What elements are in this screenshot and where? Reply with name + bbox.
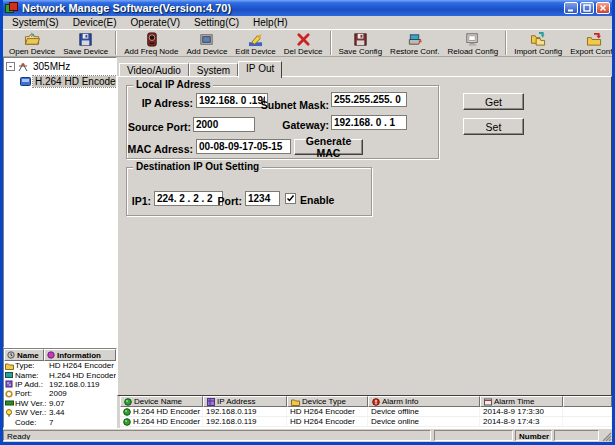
menu-item-setting[interactable]: Setting(C) bbox=[187, 17, 246, 28]
device-info-panel: Name Information Type:HD H264 EncoderNam… bbox=[3, 348, 117, 428]
cell-text: 192.168.0.119 bbox=[206, 407, 257, 416]
column-label: Information bbox=[57, 351, 101, 360]
tree-collapse-icon[interactable]: - bbox=[6, 62, 15, 71]
freq-node-icon bbox=[17, 62, 29, 72]
column-label: IP Address bbox=[217, 397, 256, 406]
info-rows: Type:HD H264 EncoderName:H.264 HD Encode… bbox=[4, 361, 116, 427]
information-col-icon bbox=[47, 351, 55, 359]
status-bar: Ready Number bbox=[3, 428, 612, 442]
maximize-button[interactable] bbox=[580, 2, 594, 14]
column-label: Alarm Info bbox=[382, 397, 418, 406]
dest-port-field[interactable] bbox=[245, 191, 280, 206]
subnet-mask-field[interactable] bbox=[331, 92, 407, 107]
toolbar-button-add-device[interactable]: Add Device bbox=[182, 31, 231, 56]
info-header: Name Information bbox=[4, 349, 116, 361]
port-icon bbox=[5, 390, 15, 398]
toolbar-button-save-device[interactable]: Save Device bbox=[59, 31, 112, 56]
toolbar-separator bbox=[330, 31, 332, 55]
title-bar: Network Manage Software(Version:4.70) bbox=[3, 0, 612, 16]
column-header-alarm-time[interactable]: Alarm Time bbox=[480, 396, 563, 407]
add-device-icon bbox=[199, 32, 214, 47]
enable-checkbox[interactable] bbox=[285, 193, 296, 204]
column-header-filler bbox=[563, 396, 612, 407]
close-icon bbox=[599, 4, 607, 12]
toolbar-button-label: Add Freq Node bbox=[124, 47, 178, 56]
toolbar-button-export-config[interactable]: Export Config bbox=[566, 31, 615, 56]
menu-item-operate[interactable]: Operate(V) bbox=[124, 17, 187, 28]
cell-filler bbox=[563, 407, 612, 416]
destination-groupbox: Destination IP Out Setting IP1: Port: En… bbox=[126, 167, 372, 216]
device-type-col-icon bbox=[291, 398, 300, 406]
column-header-ip-address[interactable]: IP Address bbox=[203, 396, 287, 407]
ip-icon bbox=[5, 380, 15, 388]
info-label: IP Add.: bbox=[15, 380, 49, 389]
generate-mac-button[interactable]: Generate MAC bbox=[294, 139, 363, 155]
toolbar-button-label: Export Config bbox=[570, 47, 615, 56]
get-button[interactable]: Get bbox=[463, 93, 524, 110]
gateway-label: Gateway: bbox=[245, 119, 329, 131]
check-icon bbox=[286, 194, 295, 203]
dest-port-label: Port: bbox=[215, 195, 242, 207]
add-freq-node-icon bbox=[144, 32, 159, 47]
toolbar-button-import-config[interactable]: Import Config bbox=[510, 31, 566, 56]
info-value: 3.44 bbox=[49, 408, 116, 417]
column-label: Name bbox=[17, 351, 39, 360]
name-col-icon bbox=[7, 351, 15, 359]
mac-address-field[interactable] bbox=[196, 139, 291, 154]
tab-ip-out[interactable]: IP Out bbox=[238, 61, 282, 78]
toolbar-separator bbox=[505, 31, 507, 55]
save-config-icon bbox=[353, 32, 368, 47]
toolbar-button-label: Open Device bbox=[9, 47, 55, 56]
hw-icon bbox=[5, 399, 15, 407]
enable-label: Enable bbox=[300, 194, 334, 206]
device-table-row[interactable]: H.264 HD Encoder192.168.0.119HD H264 Enc… bbox=[120, 407, 612, 417]
ip1-field[interactable] bbox=[154, 191, 223, 206]
info-value: 2009 bbox=[49, 389, 116, 398]
cell-text: H.264 HD Encoder bbox=[133, 407, 200, 416]
close-button[interactable] bbox=[596, 2, 610, 14]
toolbar-button-save-config[interactable]: Save Config bbox=[335, 31, 387, 56]
column-header-alarm-info[interactable]: Alarm Info bbox=[368, 396, 480, 407]
device-name-col-icon bbox=[124, 398, 132, 406]
resize-grip[interactable] bbox=[600, 430, 612, 442]
toolbar-button-del-device[interactable]: Del Device bbox=[280, 31, 327, 56]
info-value: 192.168.0.119 bbox=[49, 380, 116, 389]
tree-node-encoder[interactable]: H.264 HD Encoder bbox=[20, 75, 116, 88]
column-header-device-name[interactable]: Device Name bbox=[120, 396, 203, 407]
tree-node-frequency[interactable]: - 305MHz bbox=[4, 60, 116, 73]
source-port-label: Source Port: bbox=[127, 121, 191, 133]
toolbar-button-label: Save Config bbox=[339, 47, 383, 56]
menu-item-device[interactable]: Device(E) bbox=[66, 17, 124, 28]
menu-item-system[interactable]: System(S) bbox=[5, 17, 66, 28]
toolbar: Open DeviceSave DeviceAdd Freq NodeAdd D… bbox=[3, 29, 612, 57]
toolbar-button-add-freq-node[interactable]: Add Freq Node bbox=[120, 31, 182, 56]
column-header-device-type[interactable]: Device Type bbox=[287, 396, 368, 407]
edit-device-icon bbox=[248, 32, 263, 47]
cell-ip-address: 192.168.0.119 bbox=[203, 417, 287, 426]
ip-address-label: IP Adress: bbox=[127, 97, 193, 109]
info-row-code: Code:7 bbox=[4, 417, 116, 426]
cell-filler bbox=[563, 417, 612, 426]
toolbar-button-reload-config[interactable]: Reload Config bbox=[443, 31, 502, 56]
gateway-field[interactable] bbox=[331, 115, 407, 130]
tree-node-label: 305MHz bbox=[31, 61, 72, 72]
toolbar-button-open-device[interactable]: Open Device bbox=[5, 31, 59, 56]
info-row-sw-ver: SW Ver.:3.44 bbox=[4, 408, 116, 417]
device-table-row[interactable]: H.264 HD Encoder192.168.0.119HD H264 Enc… bbox=[120, 417, 612, 427]
toolbar-button-label: Reload Config bbox=[447, 47, 498, 56]
set-button[interactable]: Set bbox=[463, 118, 524, 135]
cell-device-name: H.264 HD Encoder bbox=[120, 417, 203, 426]
tab-strip: Video/AudioSystemIP Out bbox=[119, 60, 282, 77]
info-label: Code: bbox=[15, 418, 49, 427]
tab-system[interactable]: System bbox=[189, 63, 238, 77]
tab-video-audio[interactable]: Video/Audio bbox=[119, 63, 189, 77]
export-config-icon bbox=[586, 32, 602, 47]
maximize-icon bbox=[583, 4, 591, 12]
info-label: HW Ver.: bbox=[15, 399, 49, 408]
toolbar-button-edit-device[interactable]: Edit Device bbox=[231, 31, 279, 56]
cell-text: HD H264 Encoder bbox=[290, 407, 355, 416]
toolbar-button-restore-conf[interactable]: Restore Conf. bbox=[386, 31, 443, 56]
minimize-button[interactable] bbox=[564, 2, 578, 14]
tab-area: Video/AudioSystemIP Out Local IP Adress … bbox=[117, 57, 612, 396]
menu-item-help[interactable]: Help(H) bbox=[246, 17, 294, 28]
